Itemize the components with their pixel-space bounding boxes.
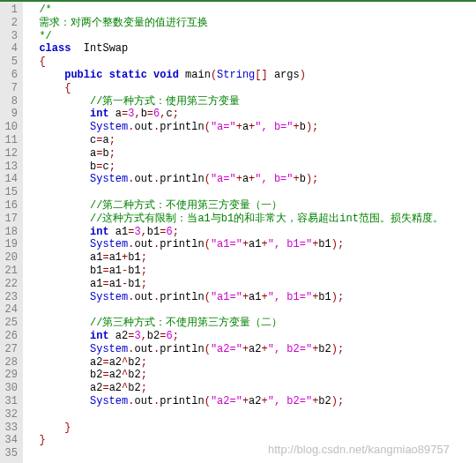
line-number: 6: [4, 69, 18, 82]
line-number: 5: [4, 56, 18, 69]
line-number: 17: [4, 213, 18, 226]
line-number: 12: [4, 147, 18, 161]
code-line: int a1=3,b1=6;: [23, 226, 476, 239]
line-number: 25: [4, 317, 18, 330]
line-number: 18: [4, 226, 18, 239]
code-line: public static void main(String[] args): [23, 69, 476, 82]
code-line: a1=a1-b1;: [23, 278, 476, 291]
line-number: 26: [4, 330, 18, 343]
line-number: 13: [4, 161, 18, 174]
code-line: b1=a1-b1;: [23, 265, 476, 278]
code-line: [23, 447, 476, 460]
code-line: System.out.println("a2="+a2+", b2="+b2);: [23, 343, 476, 356]
line-number: 31: [4, 395, 18, 408]
line-number: 10: [4, 121, 18, 134]
line-number: 15: [4, 186, 18, 199]
code-line: System.out.println("a1="+a1+", b1="+b1);: [23, 238, 476, 251]
code-line: //第三种方式：不使用第三方变量（二）: [23, 317, 476, 330]
line-number: 28: [4, 356, 18, 370]
code-line: //第二种方式：不使用第三方变量（一）: [23, 199, 476, 213]
line-number: 32: [4, 408, 18, 422]
code-line: System.out.println("a2="+a2+", b2="+b2);: [23, 395, 476, 408]
line-number: 22: [4, 278, 18, 291]
code-line: int a=3,b=6,c;: [23, 108, 476, 121]
line-number: 16: [4, 199, 18, 213]
line-number: 9: [4, 108, 18, 121]
line-number: 35: [4, 447, 18, 460]
code-area[interactable]: /* 需求：对两个整数变量的值进行互换 */ class IntSwap { p…: [23, 2, 476, 463]
code-line: {: [23, 56, 476, 69]
line-number: 7: [4, 82, 18, 95]
line-number: 2: [4, 17, 18, 30]
code-line: {: [23, 82, 476, 95]
code-line: a=b;: [23, 147, 476, 161]
code-line: class IntSwap: [23, 42, 476, 56]
code-line: [23, 303, 476, 317]
code-line: }: [23, 422, 476, 435]
code-line: //这种方式有限制：当a1与b1的和非常大，容易超出int范围。损失精度。: [23, 213, 476, 226]
line-number: 8: [4, 95, 18, 108]
line-number: 29: [4, 369, 18, 382]
code-line: /*: [23, 4, 476, 17]
line-number: 34: [4, 434, 18, 447]
line-number: 33: [4, 422, 18, 435]
code-line: */: [23, 30, 476, 43]
line-number: 24: [4, 303, 18, 317]
line-number: 3: [4, 30, 18, 43]
code-editor: 1234567891011121314151617181920212223242…: [0, 0, 476, 463]
code-line: System.out.println("a="+a+", b="+b);: [23, 173, 476, 186]
line-number: 4: [4, 42, 18, 56]
line-number: 20: [4, 251, 18, 265]
code-line: a1=a1+b1;: [23, 251, 476, 265]
line-number: 11: [4, 134, 18, 147]
code-line: b=c;: [23, 161, 476, 174]
code-line: [23, 186, 476, 199]
line-number: 19: [4, 238, 18, 251]
code-line: b2=a2^b2;: [23, 369, 476, 382]
line-number-gutter: 1234567891011121314151617181920212223242…: [0, 2, 23, 463]
line-number: 14: [4, 173, 18, 186]
line-number: 1: [4, 4, 18, 17]
code-line: System.out.println("a="+a+", b="+b);: [23, 121, 476, 134]
code-line: System.out.println("a1="+a1+", b1="+b1);: [23, 291, 476, 304]
line-number: 27: [4, 343, 18, 356]
code-line: }: [23, 434, 476, 447]
code-line: [23, 408, 476, 422]
code-line: 需求：对两个整数变量的值进行互换: [23, 17, 476, 30]
code-line: a2=a2^b2;: [23, 356, 476, 370]
line-number: 30: [4, 382, 18, 395]
code-line: int a2=3,b2=6;: [23, 330, 476, 343]
line-number: 21: [4, 265, 18, 278]
code-line: c=a;: [23, 134, 476, 147]
line-number: 23: [4, 291, 18, 304]
code-line: //第一种方式：使用第三方变量: [23, 95, 476, 108]
code-line: a2=a2^b2;: [23, 382, 476, 395]
